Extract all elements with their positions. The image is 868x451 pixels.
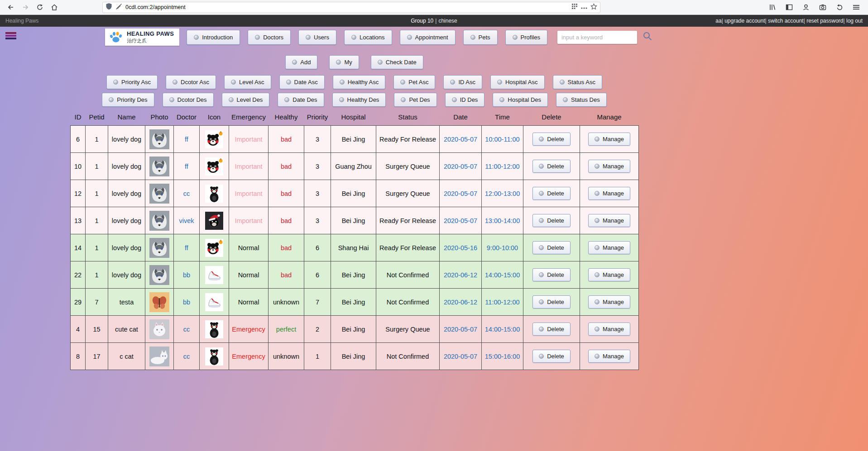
manage-button[interactable]: Manage (588, 323, 630, 336)
language-switch-link[interactable]: chinese (438, 18, 457, 24)
sort-des-button[interactable]: ID Des (445, 93, 485, 107)
cell-date[interactable]: 2020-05-07 (440, 207, 482, 234)
nav-button[interactable]: Locations (344, 30, 392, 45)
cell-time[interactable]: 10:00-11:00 (482, 126, 523, 153)
cell-date[interactable]: 2020-05-07 (440, 180, 482, 207)
delete-button[interactable]: Delete (532, 350, 571, 363)
nav-button[interactable]: Profiles (505, 30, 547, 45)
cell-doctor[interactable]: bb (174, 289, 200, 316)
cell-doctor[interactable]: cc (174, 180, 200, 207)
delete-button[interactable]: Delete (532, 187, 571, 200)
cell-manage: Manage (580, 261, 639, 289)
tracking-shield-icon[interactable] (106, 3, 112, 12)
cell-date[interactable]: 2020-06-12 (440, 289, 482, 316)
manage-button[interactable]: Manage (588, 241, 630, 254)
search-input[interactable] (557, 31, 637, 44)
permission-blocked-icon[interactable] (115, 3, 122, 12)
nav-button[interactable]: Users (298, 30, 336, 45)
sort-asc-button[interactable]: Healthy Asc (333, 75, 386, 89)
manage-button[interactable]: Manage (588, 133, 630, 146)
screenshot-extension-icon[interactable] (816, 1, 829, 13)
sort-asc-button[interactable]: ID Asc (443, 75, 482, 89)
bullet-icon (173, 80, 177, 85)
cell-doctor[interactable]: ff (174, 234, 200, 261)
delete-button[interactable]: Delete (532, 133, 571, 146)
browser-refresh-icon[interactable] (34, 1, 46, 13)
manage-button[interactable]: Manage (588, 214, 630, 227)
cell-doctor[interactable]: cc (174, 316, 200, 343)
site-logo[interactable]: HEALING PAWS 治疗之爪 (105, 28, 179, 46)
bookmark-star-icon[interactable] (590, 3, 597, 12)
cell-date[interactable]: 2020-05-07 (440, 153, 482, 180)
sort-des-button[interactable]: Hospital Des (493, 93, 548, 107)
pocket-grid-icon[interactable] (571, 3, 578, 11)
delete-button[interactable]: Delete (532, 214, 571, 227)
manage-button[interactable]: Manage (588, 160, 630, 173)
delete-button[interactable]: Delete (532, 323, 571, 336)
url-text[interactable]: 0cdl.com:2/appointment (125, 4, 568, 10)
sort-asc-button[interactable]: Level Asc (224, 75, 271, 89)
delete-button[interactable]: Delete (532, 295, 571, 309)
cell-date[interactable]: 2020-05-07 (440, 343, 482, 370)
sort-asc-button[interactable]: Dcotor Asc (166, 75, 216, 89)
sort-des-button[interactable]: Status Des (556, 93, 607, 107)
pet-photo (149, 319, 169, 339)
cell-time[interactable]: 11:00-12:00 (482, 153, 523, 180)
library-icon[interactable] (766, 1, 779, 13)
manage-button[interactable]: Manage (588, 350, 630, 363)
nav-button[interactable]: Introduction (187, 30, 240, 45)
delete-button[interactable]: Delete (532, 268, 571, 281)
search-icon[interactable] (643, 31, 652, 43)
sort-asc-button[interactable]: Status Asc (553, 75, 602, 89)
cell-doctor[interactable]: ff (174, 153, 200, 180)
cell-doctor[interactable]: vivek (174, 207, 200, 234)
sort-des-button[interactable]: Dcotor Des (163, 93, 214, 107)
action-button[interactable]: Add (285, 55, 317, 69)
sort-des-button[interactable]: Date Des (278, 93, 324, 107)
nav-button[interactable]: Appointment (400, 30, 456, 45)
delete-button-label: Delete (547, 217, 564, 224)
action-button[interactable]: My (329, 55, 359, 69)
sort-asc-button[interactable]: Pet Asc (393, 75, 435, 89)
manage-button[interactable]: Manage (588, 187, 630, 200)
cell-date[interactable]: 2020-05-07 (440, 316, 482, 343)
appointment-icon (205, 157, 223, 176)
sort-des-button[interactable]: Priority Des (102, 93, 154, 107)
delete-button[interactable]: Delete (532, 241, 571, 254)
cell-time[interactable]: 14:00-15:00 (482, 316, 523, 343)
cell-doctor[interactable]: ff (174, 126, 200, 153)
sort-des-button[interactable]: Pet Des (394, 93, 436, 107)
cell-date[interactable]: 2020-06-12 (440, 261, 482, 289)
browser-home-icon[interactable] (48, 1, 61, 13)
sidebar-toggle-icon[interactable] (783, 1, 796, 13)
account-icon[interactable] (800, 1, 812, 13)
action-button[interactable]: Check Date (371, 55, 423, 69)
sort-asc-button[interactable]: Priority Asc (106, 75, 158, 89)
bullet-icon (539, 191, 544, 196)
cell-time[interactable]: 11:00-12:00 (482, 289, 523, 316)
nav-button[interactable]: Pets (463, 30, 498, 45)
page-actions-icon[interactable] (581, 3, 587, 11)
cell-date[interactable]: 2020-05-07 (440, 126, 482, 153)
cell-time[interactable]: 12:00-13:00 (482, 180, 523, 207)
browser-forward-icon[interactable] (19, 1, 32, 13)
cell-time[interactable]: 14:00-15:00 (482, 261, 523, 289)
cell-doctor[interactable]: cc (174, 343, 200, 370)
cell-time[interactable]: 13:00-14:00 (482, 207, 523, 234)
sort-des-button[interactable]: Healthy Des (332, 93, 386, 107)
menu-hamburger-icon[interactable] (850, 1, 863, 13)
manage-button[interactable]: Manage (588, 268, 630, 281)
session-restore-icon[interactable] (833, 1, 846, 13)
cell-date[interactable]: 2020-05-16 (440, 234, 482, 261)
cell-doctor[interactable]: bb (174, 261, 200, 289)
browser-url-bar[interactable]: 0cdl.com:2/appointment (102, 2, 600, 13)
sort-asc-button[interactable]: Date Asc (279, 75, 325, 89)
sort-des-button[interactable]: Level Des (222, 93, 270, 107)
cell-time[interactable]: 9:00-10:00 (482, 234, 523, 261)
manage-button[interactable]: Manage (588, 295, 630, 309)
nav-button[interactable]: Doctors (248, 30, 291, 45)
delete-button[interactable]: Delete (532, 160, 571, 173)
cell-time[interactable]: 15:00-16:00 (482, 343, 523, 370)
sort-asc-button[interactable]: Hospital Asc (490, 75, 545, 89)
browser-back-icon[interactable] (5, 1, 17, 13)
